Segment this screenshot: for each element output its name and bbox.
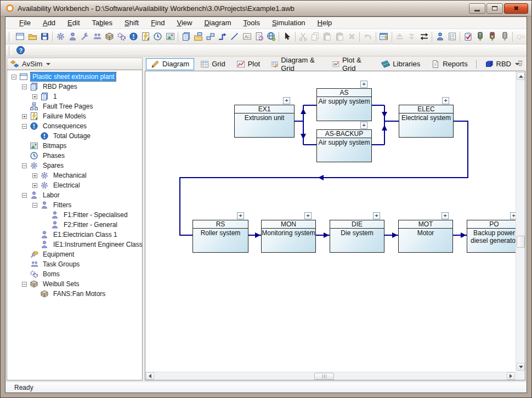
help-button[interactable]	[14, 44, 27, 56]
menu-diagram[interactable]: Diagram	[198, 17, 237, 29]
page-settings-button[interactable]	[253, 31, 265, 43]
titlebar[interactable]: Availability Workbench - D:\Software\Ava…	[1, 1, 531, 16]
tab-libraries[interactable]: Libraries	[376, 58, 425, 70]
simulation-options-button[interactable]	[446, 31, 458, 43]
new-project-button[interactable]	[14, 31, 26, 43]
properties-button[interactable]	[378, 31, 390, 43]
tree-item-f2-fitter-general[interactable]: F2:Fitter - General	[7, 220, 142, 230]
collapse-icon[interactable]: −	[22, 124, 27, 129]
status-inactive-button[interactable]	[499, 31, 511, 43]
tree-item-consequences[interactable]: −Consequences	[7, 121, 142, 131]
rbd-block-as-backup[interactable]: AS-BACKUPAir supply system	[316, 129, 372, 162]
delete-button[interactable]	[346, 31, 358, 43]
expand-block-button[interactable]: +	[373, 212, 380, 219]
expand-icon[interactable]: +	[22, 114, 27, 119]
tab-grid[interactable]: Grid	[195, 58, 230, 70]
add-labor-button[interactable]	[67, 31, 79, 43]
tree-item-fitters[interactable]: −Fitters	[7, 200, 142, 210]
minimize-button[interactable]	[469, 3, 485, 14]
expand-block-button[interactable]: +	[360, 81, 367, 88]
tree-item-electrical[interactable]: +Electrical	[7, 180, 142, 190]
tree-item-boms[interactable]: Boms	[7, 269, 142, 279]
add-spare-button[interactable]	[54, 31, 66, 43]
expand-icon[interactable]: +	[32, 173, 37, 178]
menu-simulation[interactable]: Simulation	[266, 17, 312, 29]
add-phase-button[interactable]	[152, 31, 164, 43]
paste-button[interactable]	[321, 31, 333, 43]
tree-item-equipment[interactable]: Equipment	[7, 249, 142, 259]
tree-item-mechanical[interactable]: +Mechanical	[7, 170, 142, 180]
add-weibull-set-button[interactable]	[103, 31, 115, 43]
menu-help[interactable]: Help	[312, 17, 338, 29]
paste-special-button[interactable]	[333, 31, 346, 43]
rbd-block-elec[interactable]: ELECElectrical system	[399, 105, 454, 138]
menu-shift[interactable]: Shift	[118, 17, 145, 29]
rbd-block-po[interactable]: POBackup power diesel generator	[467, 220, 522, 253]
tree-item-f1-fitter-specialised[interactable]: F1:Fitter - Specialised	[7, 210, 142, 220]
add-rbd-page-button[interactable]	[180, 31, 192, 43]
menu-tools[interactable]: Tools	[237, 17, 266, 29]
menu-find[interactable]: Find	[145, 17, 171, 29]
tab-diagram[interactable]: Diagram	[146, 58, 194, 70]
validate-button[interactable]	[462, 31, 474, 43]
tab-overflow-icon[interactable]	[517, 60, 523, 68]
tree-item-plastic-sheet-extrusion-plant[interactable]: −Plastic sheet extrusion plant	[7, 72, 142, 82]
collapse-icon[interactable]: −	[22, 84, 27, 89]
status-stopped-button[interactable]	[486, 31, 499, 43]
add-failure-model-button[interactable]	[140, 31, 152, 43]
scroll-up-button[interactable]	[517, 72, 525, 80]
scroll-left-button[interactable]	[146, 372, 154, 380]
collapse-icon[interactable]: −	[12, 75, 16, 79]
rbd-block-mot[interactable]: MOTMotor	[398, 220, 453, 253]
tree-item-rbd-pages[interactable]: −RBD Pages	[7, 82, 142, 92]
query-button[interactable]	[514, 31, 527, 43]
rbd-block-as[interactable]: ASAir supply system	[316, 88, 372, 121]
add-bom-button[interactable]	[115, 31, 127, 43]
swap-connections-button[interactable]	[418, 31, 430, 43]
select-mode-button[interactable]	[281, 31, 293, 43]
expand-block-button[interactable]: +	[442, 97, 449, 104]
add-blocks-button[interactable]	[204, 31, 216, 43]
tab-reports[interactable]: Reports	[426, 58, 473, 70]
add-consequence-button[interactable]	[127, 31, 139, 43]
tree-item-e1-electrician-class-1[interactable]: E1:Electrician Class 1	[7, 230, 142, 240]
move-down-button[interactable]	[406, 31, 418, 43]
menu-view[interactable]: View	[171, 17, 198, 29]
draw-line-button[interactable]	[229, 31, 241, 43]
add-block-folder-button[interactable]	[192, 31, 204, 43]
tree-item-spares[interactable]: −Spares	[7, 161, 142, 170]
scroll-right-button[interactable]	[507, 372, 515, 380]
collapse-icon[interactable]: −	[22, 163, 27, 168]
tree-item-task-groups[interactable]: Task Groups	[7, 259, 142, 269]
menu-edit[interactable]: Edit	[61, 17, 86, 29]
tree-item-total-outage[interactable]: Total Outage	[7, 131, 142, 141]
vertical-scrollbar[interactable]	[516, 71, 525, 372]
copy-button[interactable]	[309, 31, 321, 43]
save-project-button[interactable]	[38, 31, 50, 43]
expand-icon[interactable]: +	[32, 183, 37, 188]
rbd-block-rs[interactable]: RSRoller system	[193, 220, 248, 253]
expand-icon[interactable]: +	[32, 94, 37, 99]
close-button[interactable]: ✖	[504, 3, 528, 14]
expand-block-button[interactable]: +	[283, 97, 290, 104]
menu-tables[interactable]: Tables	[86, 17, 119, 29]
expand-block-button[interactable]: +	[360, 122, 367, 129]
add-hyperlink-button[interactable]	[265, 31, 277, 43]
add-equipment-button[interactable]	[79, 31, 91, 43]
tree-item-fans-fan-motors[interactable]: FANS:Fan Motors	[7, 289, 142, 299]
rbd-block-ex1[interactable]: EX1Extrusion unit	[234, 105, 295, 138]
cut-button[interactable]	[297, 31, 309, 43]
tree-item-failure-models[interactable]: +Failure Models	[7, 111, 142, 121]
undo-button[interactable]	[361, 31, 373, 43]
simulate-button[interactable]	[434, 31, 446, 43]
rbd-block-mon[interactable]: MONMonitoring system	[261, 220, 316, 253]
tree-item-bitmaps[interactable]: Bitmaps	[7, 141, 142, 151]
collapse-icon[interactable]: −	[32, 203, 37, 208]
expand-block-button[interactable]: +	[442, 212, 449, 219]
add-connection-button[interactable]	[217, 31, 229, 43]
tree-item-phases[interactable]: Phases	[7, 151, 142, 161]
move-up-button[interactable]	[394, 31, 406, 43]
tree-item-1[interactable]: +1	[7, 92, 142, 101]
tree-item-weibull-sets[interactable]: −Weibull Sets	[7, 279, 142, 289]
expand-block-button[interactable]: +	[304, 212, 312, 219]
